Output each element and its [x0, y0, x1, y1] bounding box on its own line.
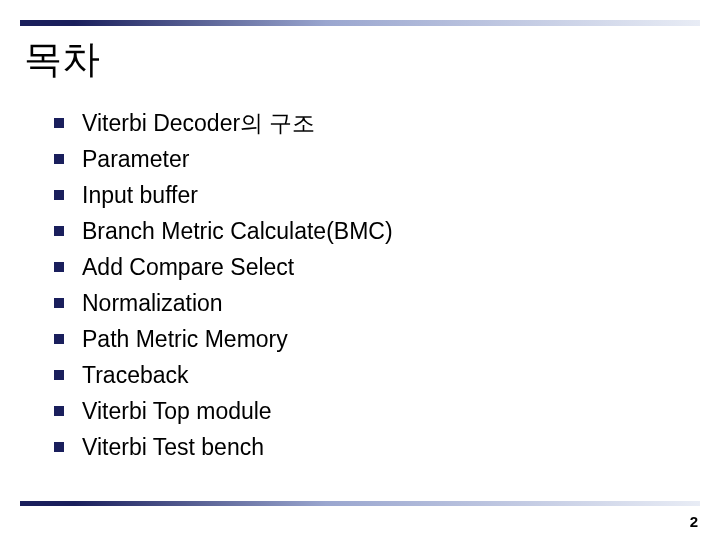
list-item: Parameter — [54, 144, 660, 174]
list-item-label: Add Compare Select — [82, 256, 294, 279]
list-item: Path Metric Memory — [54, 324, 660, 354]
square-bullet-icon — [54, 298, 64, 308]
top-divider — [20, 20, 700, 26]
bottom-divider — [20, 501, 700, 506]
list-item: Normalization — [54, 288, 660, 318]
list-item-label: Input buffer — [82, 184, 198, 207]
list-item: Viterbi Top module — [54, 396, 660, 426]
list-item-label: Traceback — [82, 364, 189, 387]
square-bullet-icon — [54, 262, 64, 272]
square-bullet-icon — [54, 442, 64, 452]
list-item-label: Viterbi Top module — [82, 400, 272, 423]
list-item-label: Normalization — [82, 292, 223, 315]
square-bullet-icon — [54, 406, 64, 416]
toc-list: Viterbi Decoder의 구조 Parameter Input buff… — [54, 108, 660, 468]
list-item: Viterbi Test bench — [54, 432, 660, 462]
list-item: Input buffer — [54, 180, 660, 210]
list-item: Branch Metric Calculate(BMC) — [54, 216, 660, 246]
list-item: Traceback — [54, 360, 660, 390]
list-item-label: Parameter — [82, 148, 189, 171]
list-item: Viterbi Decoder의 구조 — [54, 108, 660, 138]
list-item-label: Branch Metric Calculate(BMC) — [82, 220, 393, 243]
slide: 목차 Viterbi Decoder의 구조 Parameter Input b… — [0, 0, 720, 540]
list-item: Add Compare Select — [54, 252, 660, 282]
slide-title: 목차 — [24, 34, 100, 85]
square-bullet-icon — [54, 226, 64, 236]
list-item-label: Path Metric Memory — [82, 328, 288, 351]
square-bullet-icon — [54, 334, 64, 344]
square-bullet-icon — [54, 190, 64, 200]
list-item-label: Viterbi Decoder의 구조 — [82, 112, 316, 135]
page-number: 2 — [690, 513, 698, 530]
square-bullet-icon — [54, 118, 64, 128]
list-item-label: Viterbi Test bench — [82, 436, 264, 459]
square-bullet-icon — [54, 154, 64, 164]
square-bullet-icon — [54, 370, 64, 380]
